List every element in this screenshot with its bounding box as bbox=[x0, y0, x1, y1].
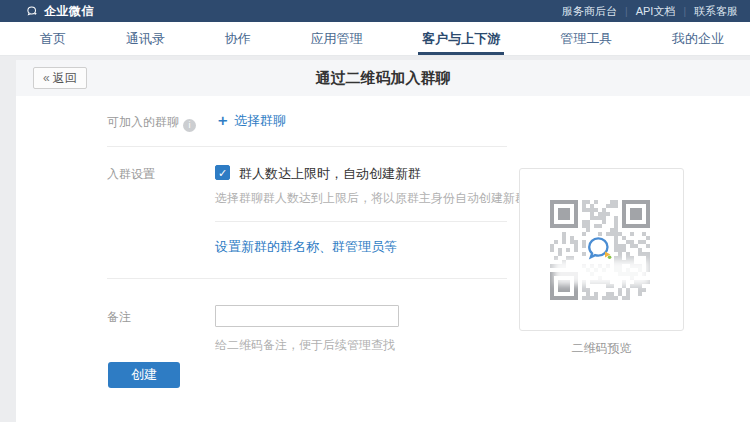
nav-item-my-company[interactable]: 我的企业 bbox=[672, 22, 724, 55]
divider bbox=[107, 278, 507, 279]
info-icon[interactable]: i bbox=[183, 119, 196, 132]
back-chevrons-icon: « bbox=[43, 71, 50, 85]
topbar-link-support[interactable]: 联系客服 bbox=[694, 4, 738, 19]
auto-create-group-checkbox-label: 群人数达上限时，自动创建新群 bbox=[239, 165, 421, 183]
checkmark-icon: ✓ bbox=[218, 167, 227, 179]
nav-item-admin-tools[interactable]: 管理工具 bbox=[560, 22, 612, 55]
chat-bubble-icon bbox=[25, 4, 39, 18]
topbar-link-provider[interactable]: 服务商后台 bbox=[562, 4, 617, 19]
nav-item-home[interactable]: 首页 bbox=[40, 22, 66, 55]
back-label: 返回 bbox=[53, 70, 77, 87]
main-panel: « 返回 通过二维码加入群聊 可加入的群聊i ＋选择群聊 入群设置 ✓ 群人数达… bbox=[16, 60, 750, 422]
nav-item-contacts[interactable]: 通讯录 bbox=[126, 22, 165, 55]
joinable-group-label-text: 可加入的群聊 bbox=[107, 115, 179, 129]
topbar-links: 服务商后台 | API文档 | 联系客服 bbox=[562, 4, 738, 19]
join-settings-hint: 选择群聊群人数达到上限后，将以原群主身份自动创建新群 bbox=[215, 190, 527, 207]
remark-hint: 给二维码备注，便于后续管理查找 bbox=[215, 337, 395, 354]
nav-item-customers[interactable]: 客户与上下游 bbox=[422, 22, 500, 55]
back-button[interactable]: « 返回 bbox=[33, 67, 87, 89]
nav-item-collaboration[interactable]: 协作 bbox=[225, 22, 251, 55]
form-content: 可加入的群聊i ＋选择群聊 入群设置 ✓ 群人数达上限时，自动创建新群 选择群聊… bbox=[16, 96, 750, 422]
topbar: 企业微信 服务商后台 | API文档 | 联系客服 bbox=[0, 0, 750, 22]
nav-bar: 首页 通讯录 协作 应用管理 客户与上下游 管理工具 我的企业 bbox=[0, 22, 750, 56]
divider bbox=[107, 146, 507, 147]
brand-name: 企业微信 bbox=[44, 3, 94, 20]
join-settings-label: 入群设置 bbox=[107, 166, 155, 183]
divider bbox=[215, 221, 507, 222]
remark-input[interactable] bbox=[215, 305, 399, 327]
divider: | bbox=[625, 6, 628, 17]
topbar-link-api-docs[interactable]: API文档 bbox=[636, 4, 676, 19]
brand-logo[interactable]: 企业微信 bbox=[25, 3, 94, 20]
select-group-link-label: 选择群聊 bbox=[234, 113, 286, 128]
page-title: 通过二维码加入群聊 bbox=[16, 60, 750, 96]
select-group-link[interactable]: ＋选择群聊 bbox=[215, 111, 286, 130]
group-settings-link[interactable]: 设置新群的群名称、群管理员等 bbox=[215, 238, 397, 256]
divider: | bbox=[683, 6, 686, 17]
plus-icon: ＋ bbox=[215, 111, 230, 128]
qr-preview-card bbox=[519, 168, 684, 331]
wecom-logo-icon bbox=[581, 231, 617, 267]
qr-caption: 二维码预览 bbox=[519, 340, 684, 357]
auto-create-group-checkbox[interactable]: ✓ bbox=[215, 165, 230, 180]
nav-item-app-management[interactable]: 应用管理 bbox=[310, 22, 362, 55]
panel-header: « 返回 通过二维码加入群聊 bbox=[16, 60, 750, 96]
joinable-group-label: 可加入的群聊i bbox=[107, 114, 196, 132]
create-button[interactable]: 创建 bbox=[108, 362, 180, 388]
remark-label: 备注 bbox=[107, 309, 131, 326]
